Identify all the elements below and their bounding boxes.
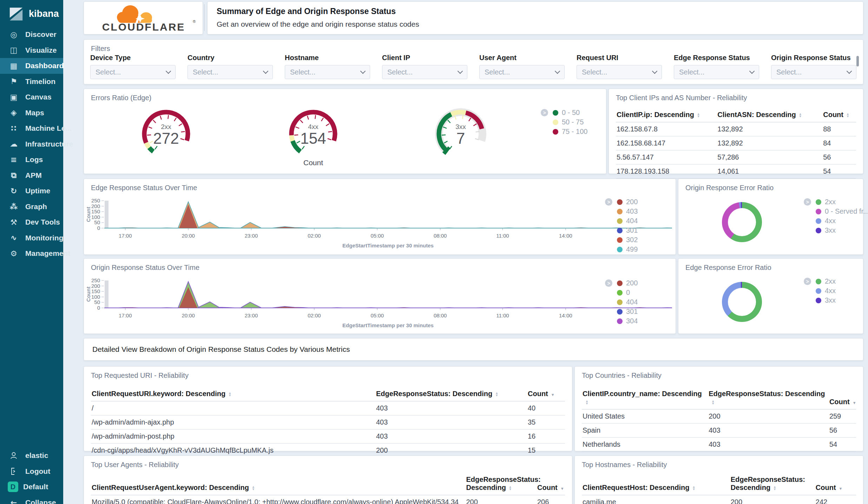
sidebar-footer-default[interactable]: DDefault — [0, 479, 63, 495]
column-header[interactable]: EdgeResponseStatus: Descending▲▼ — [375, 388, 527, 401]
column-header[interactable]: ClientIP.country_name: Descending▲▼ — [582, 388, 708, 409]
hostname-select[interactable]: Select... — [285, 65, 370, 79]
panel-title: Top Client IPs and AS Number - Reliabili… — [616, 94, 747, 102]
request-uri-select[interactable]: Select... — [577, 65, 662, 79]
sidebar-item-dev-tools[interactable]: ⚒Dev Tools — [0, 214, 63, 230]
svg-text:150: 150 — [91, 208, 100, 214]
sidebar-item-machine-learning[interactable]: ∷Machine Le... — [0, 121, 63, 136]
legend-expand-icon[interactable]: > — [804, 198, 811, 206]
legend-item[interactable]: 0 - Served fr... — [816, 207, 868, 216]
svg-text:200: 200 — [91, 283, 100, 289]
legend-item[interactable]: 2xx — [816, 197, 868, 207]
sidebar-item-graph[interactable]: ⁂Graph — [0, 199, 63, 215]
legend-item[interactable]: 3xx — [816, 296, 836, 305]
sidebar-item-discover[interactable]: ◎Discover — [0, 27, 63, 43]
legend-expand-icon[interactable]: > — [804, 278, 811, 285]
legend-item[interactable]: 302 — [617, 235, 638, 245]
legend-item[interactable]: 0 - 50 — [553, 108, 587, 117]
svg-text:7: 7 — [456, 130, 465, 147]
legend-item[interactable]: 499 — [617, 245, 638, 254]
legend-item[interactable]: 403 — [617, 207, 638, 216]
column-header[interactable]: ClientRequestURI.keyword: Descending▲▼ — [91, 388, 375, 401]
legend-item[interactable]: 4xx — [816, 216, 868, 226]
sidebar-item-timelion[interactable]: ⚑Timelion — [0, 74, 63, 90]
legend-item[interactable]: 304 — [617, 316, 638, 326]
legend-dot — [617, 247, 623, 252]
sidebar-footer-collapse[interactable]: ←Collapse — [0, 495, 63, 504]
edge-response-status-select[interactable]: Select... — [674, 65, 759, 79]
sidebar-item-infrastructure[interactable]: ☁Infrastructure — [0, 136, 63, 152]
sidebar-item-monitoring[interactable]: ∿Monitoring — [0, 230, 63, 246]
legend-item[interactable]: 301 — [617, 226, 638, 235]
legend-item[interactable]: 50 - 75 — [553, 117, 587, 127]
column-header[interactable]: Count▼ — [829, 388, 856, 409]
column-header[interactable]: ClientIP.ip: Descending▲▼ — [616, 109, 717, 122]
gauge-svg-2xx: 2xx272 — [131, 102, 201, 161]
legend-expand-icon[interactable]: > — [605, 279, 612, 287]
legend-dot — [816, 199, 821, 205]
column-header[interactable]: ClientRequestUserAgent.keyword: Descendi… — [91, 473, 466, 495]
origin-response-status-select[interactable]: Select... — [771, 65, 856, 79]
legend-item[interactable]: 404 — [617, 297, 638, 307]
top-countries-table: ClientIP.country_name: Descending▲▼EdgeR… — [582, 388, 856, 466]
sidebar-nav: ◎Discover◫Visualize▦Dashboard⚑Timelion▣C… — [0, 27, 63, 261]
column-header[interactable]: Count▲▼ — [822, 109, 856, 122]
sidebar-footer-logout[interactable]: Logout — [0, 464, 63, 479]
filter-request-uri: Request URISelect... — [577, 54, 662, 79]
legend-item[interactable]: 0 — [617, 288, 638, 297]
filters-scrollbar[interactable] — [856, 56, 859, 66]
table-cell: /wp-admin/admin-post.php — [91, 429, 375, 444]
table-cell: 162.158.67.8 — [616, 122, 717, 136]
sidebar-item-apm[interactable]: ⧉APM — [0, 168, 63, 183]
legend-dot — [617, 209, 623, 214]
legend-item[interactable]: 3xx — [816, 226, 868, 235]
logs-icon: ≡ — [8, 155, 19, 164]
table-cell: 242 — [815, 495, 856, 504]
column-header[interactable]: Count▼ — [527, 388, 565, 401]
country-select[interactable]: Select... — [188, 65, 273, 79]
filter-origin-response-status: Origin Response StatusSelect... — [771, 54, 856, 79]
column-header[interactable]: ClientASN: Descending▲▼ — [717, 109, 822, 122]
sidebar-item-visualize[interactable]: ◫Visualize — [0, 43, 63, 58]
panel-title: Edge Response Error Ratio — [685, 264, 771, 272]
column-header[interactable]: EdgeResponseStatus: Descending▲▼ — [466, 473, 537, 495]
kibana-logo[interactable]: kibana — [0, 0, 63, 27]
sidebar-item-logs[interactable]: ≡Logs — [0, 152, 63, 168]
column-header[interactable]: Count▼ — [815, 473, 856, 495]
legend-item[interactable]: 301 — [617, 307, 638, 316]
select-placeholder: Select... — [193, 68, 218, 76]
user-agent-select[interactable]: Select... — [479, 65, 565, 79]
column-header[interactable]: ClientRequestHost: Descending▲▼ — [582, 473, 730, 495]
legend-item[interactable]: 4xx — [816, 286, 836, 296]
legend-item[interactable]: 200 — [617, 278, 638, 288]
legend-item[interactable]: 200 — [617, 197, 638, 207]
sidebar-item-management[interactable]: ⚙Management — [0, 246, 63, 261]
column-header[interactable]: EdgeResponseStatus: Descending▲▼ — [708, 388, 829, 409]
svg-text:11:00: 11:00 — [496, 312, 509, 318]
column-header-label: Count — [816, 484, 836, 491]
panel-title: Top Countries - Reliability — [582, 371, 662, 380]
filter-label: Client IP — [382, 54, 467, 62]
legend-expand-icon[interactable]: > — [541, 109, 548, 116]
client-ip-select[interactable]: Select... — [382, 65, 467, 79]
legend-expand-icon[interactable]: > — [605, 198, 612, 206]
sort-down-icon: ▼ — [711, 402, 715, 405]
select-placeholder: Select... — [387, 68, 413, 76]
table-cell: 132,892 — [717, 122, 822, 136]
chevron-down-icon — [652, 69, 658, 74]
sidebar-item-dashboard[interactable]: ▦Dashboard — [0, 58, 63, 74]
legend-item[interactable]: 75 - 100 — [553, 127, 587, 136]
chevron-down-icon — [360, 69, 366, 74]
sidebar-footer-label: Default — [23, 483, 48, 491]
column-header-label: EdgeResponseStatus: Descending — [731, 476, 805, 491]
device-type-select[interactable]: Select... — [90, 65, 176, 79]
table-cell: 56 — [829, 424, 856, 438]
sidebar-item-canvas[interactable]: ▣Canvas — [0, 89, 63, 105]
sidebar-item-uptime[interactable]: ↻Uptime — [0, 183, 63, 199]
legend-item[interactable]: 2xx — [816, 277, 836, 286]
column-header[interactable]: Count▼ — [537, 473, 565, 495]
sidebar-footer-elastic[interactable]: elastic — [0, 448, 63, 464]
sidebar-item-maps[interactable]: ◈Maps — [0, 105, 63, 121]
column-header[interactable]: EdgeResponseStatus: Descending▲▼ — [730, 473, 815, 495]
legend-item[interactable]: 404 — [617, 216, 638, 226]
